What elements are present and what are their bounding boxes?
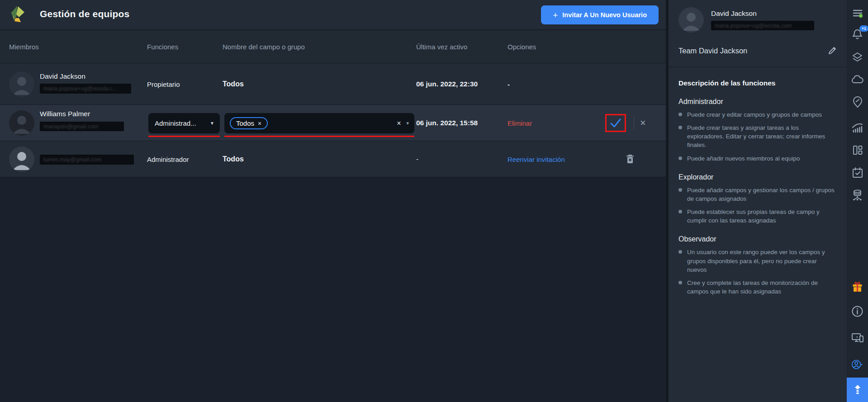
- list-item: Puede crear tareas y asignar tareas a lo…: [678, 123, 837, 149]
- field-chip-label: Todos: [236, 119, 254, 127]
- team-management-screen: Gestión de equipos + Invitar A Un Nuevo …: [0, 0, 868, 402]
- role-heading-observador: Observador: [678, 235, 837, 243]
- column-roles: Funciones: [147, 43, 178, 51]
- member-last-active: -: [416, 155, 418, 163]
- app-logo-icon: [7, 4, 29, 26]
- member-option: -: [508, 80, 510, 88]
- member-role: Propietario: [147, 80, 180, 88]
- role-dropdown[interactable]: Administrad... ▼: [148, 113, 220, 133]
- member-email-redacted: turner.may@gmail.com: [40, 155, 134, 165]
- top-header: Gestión de equipos + Invitar A Un Nuevo …: [0, 0, 666, 30]
- member-name: Williams Palmer: [40, 110, 90, 118]
- resend-invitation-link[interactable]: Reenviar invitación: [508, 155, 565, 163]
- multiselect-clear-icon[interactable]: ×: [397, 119, 401, 128]
- bullet-icon: [678, 188, 682, 192]
- list-item: Puede establecer sus propias tareas de c…: [678, 208, 837, 225]
- chevron-down-icon[interactable]: ▾: [406, 120, 409, 126]
- member-email-redacted: maria.popova+ug@eosda.c...: [40, 84, 131, 94]
- bullet-icon: [678, 210, 682, 213]
- team-sidebar: David Jackson maria.popova+ug@eosda.com …: [669, 0, 847, 402]
- cancel-edit-icon[interactable]: ×: [640, 118, 646, 128]
- info-icon[interactable]: [851, 305, 864, 317]
- table-row: David Jackson maria.popova+ug@eosda.c...…: [0, 63, 666, 105]
- edit-team-icon[interactable]: [828, 46, 837, 55]
- sidebar-divider: [669, 67, 847, 67]
- list-item: Puede añadir nuevos miembros al equipo: [678, 154, 837, 163]
- table-row-editing: Williams Palmer mariapdn@gmail.com Admin…: [0, 105, 666, 141]
- column-last-active: Última vez activo: [416, 43, 467, 51]
- statistics-icon[interactable]: [851, 121, 864, 134]
- field-pin-icon[interactable]: [851, 96, 864, 109]
- role-bullets: Puede añadir campos y gestionar los camp…: [678, 186, 837, 225]
- list-item: Un usuario con este rango puede ver los …: [678, 248, 837, 274]
- arrow-up-icon: [853, 384, 862, 396]
- check-icon: [610, 118, 621, 128]
- role-annotation-underline: [148, 136, 220, 137]
- menu-icon[interactable]: [851, 7, 864, 19]
- list-item: Puede añadir campos y gestionar los camp…: [678, 186, 837, 203]
- main-panel: Gestión de equipos + Invitar A Un Nuevo …: [0, 0, 666, 402]
- table-row: turner.may@gmail.com Administrador Todos…: [0, 141, 666, 177]
- avatar: [678, 7, 704, 33]
- member-email-redacted: mariapdn@gmail.com: [40, 122, 124, 131]
- delete-member-link[interactable]: Eliminar: [508, 119, 532, 127]
- team-name-row: Team David Jackson: [678, 46, 837, 55]
- page-title: Gestión de equipos: [40, 9, 129, 19]
- invite-user-label: Invitar A Un Nuevo Usuario: [562, 11, 647, 19]
- confirm-button[interactable]: [605, 114, 626, 132]
- member-last-active: 06 jun. 2022, 22:30: [416, 80, 478, 88]
- member-role: Administrador: [147, 155, 189, 163]
- field-multiselect[interactable]: Todos × × ▾: [224, 113, 414, 133]
- member-last-active: 06 jun. 2022, 15:58: [416, 119, 478, 127]
- right-icon-toolbar: +1: [847, 0, 868, 402]
- role-heading-administrador: Administrador: [678, 98, 837, 106]
- avatar: [9, 71, 34, 97]
- chevron-down-icon: ▼: [210, 121, 214, 126]
- bullet-icon: [678, 113, 682, 116]
- avatar: [9, 110, 34, 136]
- role-bullets: Un usuario con este rango puede ver los …: [678, 248, 837, 296]
- calendar-icon[interactable]: [851, 166, 864, 179]
- data-server-icon[interactable]: [851, 189, 864, 201]
- team-name: Team David Jackson: [678, 47, 747, 55]
- member-field-scope: Todos: [223, 80, 244, 88]
- multiselect-annotation-underline: [224, 136, 414, 137]
- gift-icon[interactable]: [851, 280, 864, 293]
- layers-icon[interactable]: [851, 51, 864, 63]
- sidebar-user-email-redacted: maria.popova+ug@eosda.com: [711, 21, 814, 30]
- plus-icon: +: [553, 11, 558, 19]
- field-chip: Todos ×: [230, 117, 268, 129]
- actions-divider: [634, 117, 634, 129]
- avatar: [9, 147, 34, 172]
- list-item: Cree y complete las tareas de monitoriza…: [678, 279, 837, 296]
- chip-remove-icon[interactable]: ×: [258, 120, 261, 127]
- notifications-icon[interactable]: +1: [851, 28, 864, 41]
- cloud-icon[interactable]: [851, 73, 864, 86]
- delete-invitation-icon[interactable]: [625, 154, 635, 165]
- table-header: Miembros Funciones Nombre del campo o gr…: [0, 30, 666, 63]
- list-item: Puede crear y editar campos y grupos de …: [678, 110, 837, 119]
- sidebar-user-block: David Jackson maria.popova+ug@eosda.com: [678, 7, 837, 33]
- devices-icon[interactable]: [851, 331, 864, 344]
- role-bullets: Puede crear y editar campos y grupos de …: [678, 110, 837, 163]
- column-options: Opciones: [508, 43, 536, 51]
- bullet-icon: [678, 250, 682, 254]
- bullet-icon: [678, 126, 682, 129]
- column-members: Miembros: [9, 43, 39, 51]
- member-name: David Jackson: [40, 72, 85, 80]
- bullet-icon: [678, 156, 682, 160]
- roles-description-title: Descripción de las funciones: [678, 79, 837, 87]
- sidebar-user-name: David Jackson: [711, 9, 814, 18]
- dashboard-icon[interactable]: [851, 144, 864, 156]
- column-field-group: Nombre del campo o grupo: [223, 43, 305, 51]
- bullet-icon: [678, 281, 682, 284]
- member-field-scope: Todos: [223, 155, 244, 163]
- role-heading-explorador: Explorador: [678, 173, 837, 181]
- notification-badge: +1: [859, 25, 868, 32]
- role-dropdown-value: Administrad...: [155, 119, 207, 127]
- invite-user-button[interactable]: + Invitar A Un Nuevo Usuario: [541, 5, 659, 24]
- scroll-top-button[interactable]: [847, 378, 868, 402]
- account-icon[interactable]: [851, 358, 864, 371]
